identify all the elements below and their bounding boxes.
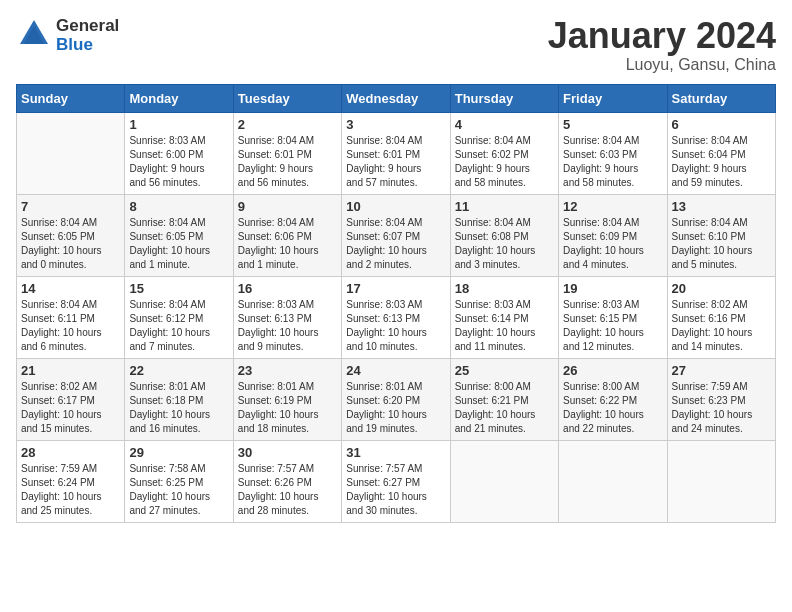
- day-number: 17: [346, 281, 445, 296]
- day-number: 15: [129, 281, 228, 296]
- day-cell: 31Sunrise: 7:57 AM Sunset: 6:27 PM Dayli…: [342, 440, 450, 522]
- day-cell: 9Sunrise: 8:04 AM Sunset: 6:06 PM Daylig…: [233, 194, 341, 276]
- logo-graphic: [16, 16, 52, 56]
- week-row-3: 14Sunrise: 8:04 AM Sunset: 6:11 PM Dayli…: [17, 276, 776, 358]
- day-cell: 15Sunrise: 8:04 AM Sunset: 6:12 PM Dayli…: [125, 276, 233, 358]
- day-number: 12: [563, 199, 662, 214]
- calendar-table: SundayMondayTuesdayWednesdayThursdayFrid…: [16, 84, 776, 523]
- day-info: Sunrise: 8:04 AM Sunset: 6:01 PM Dayligh…: [238, 134, 337, 190]
- day-cell: 23Sunrise: 8:01 AM Sunset: 6:19 PM Dayli…: [233, 358, 341, 440]
- day-info: Sunrise: 8:02 AM Sunset: 6:16 PM Dayligh…: [672, 298, 771, 354]
- day-cell: 4Sunrise: 8:04 AM Sunset: 6:02 PM Daylig…: [450, 112, 558, 194]
- day-number: 8: [129, 199, 228, 214]
- day-number: 7: [21, 199, 120, 214]
- logo-blue: Blue: [56, 36, 119, 55]
- day-cell: 30Sunrise: 7:57 AM Sunset: 6:26 PM Dayli…: [233, 440, 341, 522]
- day-number: 19: [563, 281, 662, 296]
- day-cell: 24Sunrise: 8:01 AM Sunset: 6:20 PM Dayli…: [342, 358, 450, 440]
- day-number: 30: [238, 445, 337, 460]
- day-cell: 21Sunrise: 8:02 AM Sunset: 6:17 PM Dayli…: [17, 358, 125, 440]
- day-info: Sunrise: 7:57 AM Sunset: 6:27 PM Dayligh…: [346, 462, 445, 518]
- day-number: 6: [672, 117, 771, 132]
- header-cell-tuesday: Tuesday: [233, 84, 341, 112]
- day-cell: 8Sunrise: 8:04 AM Sunset: 6:05 PM Daylig…: [125, 194, 233, 276]
- day-number: 21: [21, 363, 120, 378]
- day-number: 14: [21, 281, 120, 296]
- day-number: 5: [563, 117, 662, 132]
- day-number: 16: [238, 281, 337, 296]
- week-row-1: 1Sunrise: 8:03 AM Sunset: 6:00 PM Daylig…: [17, 112, 776, 194]
- day-cell: 5Sunrise: 8:04 AM Sunset: 6:03 PM Daylig…: [559, 112, 667, 194]
- day-number: 26: [563, 363, 662, 378]
- day-number: 23: [238, 363, 337, 378]
- day-number: 20: [672, 281, 771, 296]
- day-cell: 6Sunrise: 8:04 AM Sunset: 6:04 PM Daylig…: [667, 112, 775, 194]
- day-cell: 17Sunrise: 8:03 AM Sunset: 6:13 PM Dayli…: [342, 276, 450, 358]
- day-cell: 1Sunrise: 8:03 AM Sunset: 6:00 PM Daylig…: [125, 112, 233, 194]
- day-cell: 28Sunrise: 7:59 AM Sunset: 6:24 PM Dayli…: [17, 440, 125, 522]
- day-info: Sunrise: 8:04 AM Sunset: 6:04 PM Dayligh…: [672, 134, 771, 190]
- day-number: 31: [346, 445, 445, 460]
- header-cell-sunday: Sunday: [17, 84, 125, 112]
- header: General Blue January 2024 Luoyu, Gansu, …: [16, 16, 776, 74]
- header-cell-monday: Monday: [125, 84, 233, 112]
- header-row: SundayMondayTuesdayWednesdayThursdayFrid…: [17, 84, 776, 112]
- header-cell-thursday: Thursday: [450, 84, 558, 112]
- day-info: Sunrise: 8:04 AM Sunset: 6:05 PM Dayligh…: [129, 216, 228, 272]
- location: Luoyu, Gansu, China: [548, 56, 776, 74]
- day-cell: 20Sunrise: 8:02 AM Sunset: 6:16 PM Dayli…: [667, 276, 775, 358]
- day-cell: 16Sunrise: 8:03 AM Sunset: 6:13 PM Dayli…: [233, 276, 341, 358]
- day-info: Sunrise: 7:58 AM Sunset: 6:25 PM Dayligh…: [129, 462, 228, 518]
- day-cell: 13Sunrise: 8:04 AM Sunset: 6:10 PM Dayli…: [667, 194, 775, 276]
- day-number: 18: [455, 281, 554, 296]
- day-info: Sunrise: 8:04 AM Sunset: 6:02 PM Dayligh…: [455, 134, 554, 190]
- day-number: 4: [455, 117, 554, 132]
- day-info: Sunrise: 8:04 AM Sunset: 6:05 PM Dayligh…: [21, 216, 120, 272]
- day-cell: 29Sunrise: 7:58 AM Sunset: 6:25 PM Dayli…: [125, 440, 233, 522]
- day-cell: 14Sunrise: 8:04 AM Sunset: 6:11 PM Dayli…: [17, 276, 125, 358]
- day-number: 27: [672, 363, 771, 378]
- day-info: Sunrise: 8:04 AM Sunset: 6:07 PM Dayligh…: [346, 216, 445, 272]
- day-cell: [17, 112, 125, 194]
- day-info: Sunrise: 8:01 AM Sunset: 6:18 PM Dayligh…: [129, 380, 228, 436]
- month-title: January 2024: [548, 16, 776, 56]
- header-cell-saturday: Saturday: [667, 84, 775, 112]
- day-info: Sunrise: 8:03 AM Sunset: 6:00 PM Dayligh…: [129, 134, 228, 190]
- day-info: Sunrise: 8:04 AM Sunset: 6:11 PM Dayligh…: [21, 298, 120, 354]
- day-cell: 12Sunrise: 8:04 AM Sunset: 6:09 PM Dayli…: [559, 194, 667, 276]
- day-info: Sunrise: 8:04 AM Sunset: 6:08 PM Dayligh…: [455, 216, 554, 272]
- day-info: Sunrise: 8:00 AM Sunset: 6:21 PM Dayligh…: [455, 380, 554, 436]
- day-info: Sunrise: 7:59 AM Sunset: 6:23 PM Dayligh…: [672, 380, 771, 436]
- week-row-4: 21Sunrise: 8:02 AM Sunset: 6:17 PM Dayli…: [17, 358, 776, 440]
- logo-text: General Blue: [56, 17, 119, 54]
- day-number: 3: [346, 117, 445, 132]
- day-number: 2: [238, 117, 337, 132]
- day-info: Sunrise: 8:03 AM Sunset: 6:15 PM Dayligh…: [563, 298, 662, 354]
- day-cell: 11Sunrise: 8:04 AM Sunset: 6:08 PM Dayli…: [450, 194, 558, 276]
- day-cell: 10Sunrise: 8:04 AM Sunset: 6:07 PM Dayli…: [342, 194, 450, 276]
- day-number: 25: [455, 363, 554, 378]
- day-number: 1: [129, 117, 228, 132]
- title-area: January 2024 Luoyu, Gansu, China: [548, 16, 776, 74]
- day-info: Sunrise: 8:04 AM Sunset: 6:01 PM Dayligh…: [346, 134, 445, 190]
- day-info: Sunrise: 8:04 AM Sunset: 6:09 PM Dayligh…: [563, 216, 662, 272]
- day-info: Sunrise: 8:03 AM Sunset: 6:14 PM Dayligh…: [455, 298, 554, 354]
- day-cell: 19Sunrise: 8:03 AM Sunset: 6:15 PM Dayli…: [559, 276, 667, 358]
- day-info: Sunrise: 8:01 AM Sunset: 6:20 PM Dayligh…: [346, 380, 445, 436]
- week-row-2: 7Sunrise: 8:04 AM Sunset: 6:05 PM Daylig…: [17, 194, 776, 276]
- day-info: Sunrise: 7:57 AM Sunset: 6:26 PM Dayligh…: [238, 462, 337, 518]
- day-info: Sunrise: 8:04 AM Sunset: 6:12 PM Dayligh…: [129, 298, 228, 354]
- logo: General Blue: [16, 16, 119, 56]
- day-info: Sunrise: 8:03 AM Sunset: 6:13 PM Dayligh…: [238, 298, 337, 354]
- day-cell: 22Sunrise: 8:01 AM Sunset: 6:18 PM Dayli…: [125, 358, 233, 440]
- day-cell: [450, 440, 558, 522]
- header-cell-wednesday: Wednesday: [342, 84, 450, 112]
- day-number: 9: [238, 199, 337, 214]
- day-cell: 25Sunrise: 8:00 AM Sunset: 6:21 PM Dayli…: [450, 358, 558, 440]
- day-number: 24: [346, 363, 445, 378]
- day-cell: 18Sunrise: 8:03 AM Sunset: 6:14 PM Dayli…: [450, 276, 558, 358]
- day-info: Sunrise: 7:59 AM Sunset: 6:24 PM Dayligh…: [21, 462, 120, 518]
- day-info: Sunrise: 8:00 AM Sunset: 6:22 PM Dayligh…: [563, 380, 662, 436]
- day-cell: 3Sunrise: 8:04 AM Sunset: 6:01 PM Daylig…: [342, 112, 450, 194]
- day-info: Sunrise: 8:03 AM Sunset: 6:13 PM Dayligh…: [346, 298, 445, 354]
